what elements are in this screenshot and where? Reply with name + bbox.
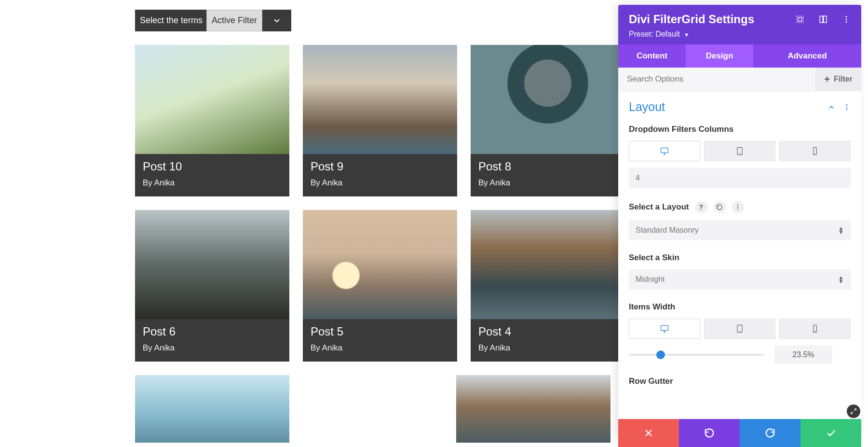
search-input[interactable] bbox=[618, 68, 815, 91]
chevron-down-icon bbox=[272, 16, 281, 25]
post-thumbnail bbox=[456, 375, 610, 443]
redo-button[interactable] bbox=[740, 419, 800, 447]
expand-icon[interactable] bbox=[796, 15, 804, 24]
reset-icon[interactable] bbox=[713, 201, 726, 213]
resize-handle[interactable] bbox=[847, 405, 860, 418]
device-tabs-width bbox=[629, 319, 851, 339]
post-author: By Anika bbox=[311, 343, 449, 353]
label-select-layout: Select a Layout ? bbox=[629, 201, 851, 213]
svg-point-6 bbox=[846, 21, 847, 23]
svg-line-29 bbox=[851, 412, 853, 414]
post-title: Post 8 bbox=[478, 160, 617, 173]
svg-rect-1 bbox=[797, 16, 803, 23]
device-phone[interactable] bbox=[779, 319, 851, 339]
items-width-slider: 23.5% bbox=[629, 346, 851, 364]
redo-icon bbox=[765, 428, 775, 438]
undo-button[interactable] bbox=[679, 419, 740, 447]
post-card[interactable] bbox=[456, 375, 610, 443]
columns-input[interactable] bbox=[629, 168, 851, 188]
svg-point-5 bbox=[846, 19, 847, 20]
tablet-icon bbox=[735, 146, 745, 156]
terms-dropdown[interactable]: Active Filter bbox=[206, 10, 262, 31]
post-card[interactable]: Post 8 By Anika bbox=[471, 45, 625, 196]
post-card[interactable]: Post 6 By Anika bbox=[135, 210, 289, 362]
post-title: Post 9 bbox=[311, 160, 449, 173]
device-desktop[interactable] bbox=[629, 319, 700, 339]
plus-icon: + bbox=[824, 74, 830, 84]
section-toggle-layout[interactable]: Layout bbox=[629, 100, 851, 114]
post-card[interactable]: Post 4 By Anika bbox=[471, 210, 625, 362]
phone-icon bbox=[810, 324, 820, 334]
layout-select-value: Standard Masonry bbox=[636, 226, 699, 235]
terms-dropdown-toggle[interactable] bbox=[262, 10, 291, 31]
post-author: By Anika bbox=[478, 178, 617, 188]
section-name: Layout bbox=[629, 100, 665, 114]
caret-down-icon: ▼ bbox=[684, 32, 689, 38]
device-tablet[interactable] bbox=[704, 319, 775, 339]
filter-button-label: Filter bbox=[834, 75, 853, 84]
svg-point-19 bbox=[737, 209, 738, 210]
panel-tabs: Content Design Advanced bbox=[618, 44, 861, 68]
post-author: By Anika bbox=[311, 178, 449, 188]
post-card[interactable] bbox=[135, 375, 289, 443]
post-title: Post 10 bbox=[143, 160, 282, 173]
more-icon[interactable] bbox=[842, 15, 851, 24]
filter-button[interactable]: + Filter bbox=[815, 68, 861, 91]
svg-rect-20 bbox=[661, 325, 668, 330]
tab-design[interactable]: Design bbox=[686, 44, 753, 68]
post-card[interactable]: Post 9 By Anika bbox=[303, 45, 457, 196]
device-tablet[interactable] bbox=[704, 141, 775, 161]
tab-content[interactable]: Content bbox=[618, 44, 686, 68]
svg-rect-2 bbox=[820, 16, 823, 23]
skin-select[interactable]: Midnight ▲▼ bbox=[629, 269, 851, 290]
kebab-icon[interactable] bbox=[843, 103, 851, 111]
options-icon[interactable] bbox=[732, 201, 744, 213]
layout-select[interactable]: Standard Masonry ▲▼ bbox=[629, 220, 851, 240]
device-desktop[interactable] bbox=[629, 141, 700, 161]
post-title: Post 4 bbox=[478, 325, 617, 338]
slider-thumb[interactable] bbox=[656, 350, 665, 359]
post-title: Post 6 bbox=[143, 325, 282, 338]
post-thumbnail bbox=[471, 210, 625, 319]
main-content: Select the terms Active Filter Post 10 B… bbox=[135, 10, 646, 443]
tablet-icon bbox=[735, 324, 745, 334]
post-thumbnail bbox=[135, 210, 289, 319]
posts-grid: Post 10 By Anika Post 9 By Anika Post 8 … bbox=[135, 45, 646, 443]
post-card[interactable]: Post 10 By Anika bbox=[135, 45, 289, 196]
label-select-skin: Select a Skin bbox=[629, 253, 851, 263]
slider-value[interactable]: 23.5% bbox=[774, 346, 832, 364]
tab-advanced[interactable]: Advanced bbox=[753, 44, 861, 68]
label-select-layout-text: Select a Layout bbox=[629, 202, 689, 212]
svg-point-4 bbox=[846, 16, 847, 17]
terms-dropdown-value: Active Filter bbox=[212, 15, 257, 26]
device-phone[interactable] bbox=[779, 141, 851, 161]
filter-bar: Select the terms Active Filter bbox=[135, 10, 291, 31]
search-row: + Filter bbox=[618, 68, 861, 91]
svg-point-8 bbox=[846, 106, 848, 108]
post-thumbnail bbox=[303, 45, 457, 154]
preset-label: Preset: bbox=[629, 30, 653, 38]
post-thumbnail bbox=[303, 210, 457, 319]
post-thumbnail bbox=[471, 45, 625, 154]
desktop-icon bbox=[660, 146, 669, 156]
label-row-gutter: Row Gutter bbox=[629, 377, 851, 386]
post-author: By Anika bbox=[478, 343, 617, 353]
cancel-button[interactable] bbox=[618, 419, 679, 447]
svg-point-9 bbox=[846, 109, 848, 110]
preset-selector[interactable]: Preset: Default ▼ bbox=[629, 30, 851, 39]
post-title: Post 5 bbox=[311, 325, 449, 338]
close-icon bbox=[643, 428, 654, 438]
help-icon[interactable]: ? bbox=[695, 201, 707, 213]
panel-actions bbox=[618, 419, 861, 447]
svg-rect-0 bbox=[798, 17, 802, 21]
svg-point-17 bbox=[737, 205, 738, 206]
device-tabs-columns bbox=[629, 141, 851, 161]
panel-body[interactable]: Layout Dropdown Filters Columns Select a… bbox=[618, 91, 861, 439]
svg-point-18 bbox=[737, 207, 738, 208]
slider-track[interactable] bbox=[629, 354, 764, 356]
post-thumbnail bbox=[135, 375, 289, 443]
snap-icon[interactable] bbox=[819, 15, 827, 24]
check-icon bbox=[826, 428, 836, 438]
post-card[interactable]: Post 5 By Anika bbox=[303, 210, 457, 362]
save-button[interactable] bbox=[800, 419, 861, 447]
